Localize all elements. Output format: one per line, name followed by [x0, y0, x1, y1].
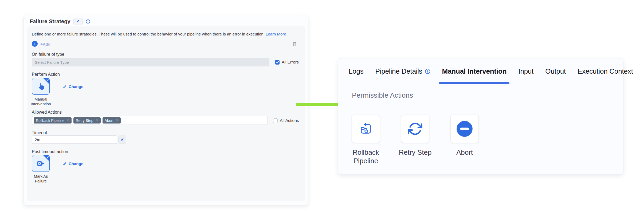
perform-action-name: Manual Intervention: [28, 97, 54, 106]
retry-step-label: Retry Step: [392, 148, 439, 157]
rollback-pipeline-button[interactable]: [352, 115, 380, 143]
timeout-input[interactable]: [32, 136, 117, 144]
permissible-action-rollback: Rollback Pipeline: [352, 115, 380, 165]
abort-icon: [456, 121, 473, 137]
rollback-pipeline-icon: [359, 122, 373, 136]
execution-details-panel: Logs Pipeline Details Manual Interventio…: [338, 58, 623, 175]
tab-manual-intervention[interactable]: Manual Intervention: [442, 58, 507, 84]
learn-more-link[interactable]: Learn More: [266, 32, 286, 36]
info-icon: [425, 69, 430, 74]
abort-button[interactable]: [451, 115, 478, 143]
permissible-actions-row: Rollback Pipeline Retry Step: [352, 115, 623, 165]
post-timeout-action-card[interactable]: [32, 155, 50, 172]
remove-tag-icon[interactable]: [96, 119, 99, 122]
retry-step-button[interactable]: [401, 115, 429, 143]
check-icon: [46, 156, 49, 158]
tab-input[interactable]: Input: [518, 58, 533, 84]
mark-as-failure-icon: [36, 159, 45, 168]
all-actions-checkbox[interactable]: [273, 118, 278, 123]
failure-strategy-panel: Failure Strategy Define one or more fail…: [23, 15, 308, 205]
tab-bar: Logs Pipeline Details Manual Interventio…: [338, 58, 623, 84]
tag-abort[interactable]: Abort: [103, 117, 121, 124]
post-timeout-action-name: Mark As Failure: [28, 174, 54, 184]
tag-rollback-pipeline[interactable]: Rollback Pipeline: [34, 117, 72, 124]
remove-tag-icon[interactable]: [116, 119, 119, 122]
post-timeout-label: Post timeout action: [32, 149, 68, 154]
retry-step-icon: [408, 122, 422, 136]
permissible-action-retry: Retry Step: [401, 115, 429, 165]
check-icon: [46, 78, 49, 81]
info-icon[interactable]: [86, 19, 90, 24]
failure-strategy-form: Define one or more failure strategies. T…: [27, 26, 305, 201]
tab-output[interactable]: Output: [545, 58, 566, 84]
timeout-field-group: [32, 136, 126, 144]
pencil-icon: [62, 85, 67, 89]
check-icon: [276, 61, 279, 64]
panel-description: Define one or more failure strategies. T…: [32, 32, 286, 36]
permissible-actions-title: Permissible Actions: [352, 91, 623, 99]
trash-icon[interactable]: [292, 41, 297, 46]
rollback-pipeline-label: Rollback Pipeline: [342, 148, 389, 165]
remove-tag-icon[interactable]: [66, 119, 69, 122]
all-errors-checkbox[interactable]: [275, 60, 280, 65]
allowed-actions-label: Allowed Actions: [32, 110, 62, 115]
change-perform-action-link[interactable]: Change: [62, 84, 83, 89]
permissible-action-abort: Abort: [451, 115, 478, 165]
pencil-icon: [62, 162, 67, 166]
pin-button[interactable]: [73, 18, 83, 25]
manual-intervention-content: Permissible Actions Rollback Pipeline: [338, 84, 623, 165]
tab-pipeline-details[interactable]: Pipeline Details: [375, 58, 430, 84]
manual-intervention-hand-icon: [37, 82, 45, 91]
tag-retry-step[interactable]: Retry Step: [73, 117, 100, 124]
tab-logs[interactable]: Logs: [349, 58, 364, 84]
change-post-timeout-link[interactable]: Change: [62, 161, 83, 166]
add-strategy-button[interactable]: +Add: [40, 42, 50, 46]
pin-icon: [120, 138, 124, 142]
on-failure-label: On failure of type: [32, 52, 64, 57]
strategy-step-1[interactable]: 1: [32, 41, 38, 47]
all-actions-label: All Actions: [280, 118, 299, 123]
timeout-label: Timeout: [32, 130, 47, 135]
allowed-actions-input[interactable]: Rollback Pipeline Retry Step Abort: [32, 116, 268, 125]
all-errors-label: All Errors: [282, 60, 299, 65]
perform-action-label: Perform Action: [32, 72, 60, 77]
perform-action-card[interactable]: [32, 78, 50, 95]
abort-label: Abort: [441, 148, 488, 157]
failure-type-select[interactable]: [32, 58, 269, 66]
panel-title: Failure Strategy: [30, 18, 70, 25]
pin-icon: [76, 19, 80, 23]
tab-execution-context[interactable]: Execution Context: [578, 58, 633, 84]
timeout-pin-button[interactable]: [118, 136, 126, 144]
